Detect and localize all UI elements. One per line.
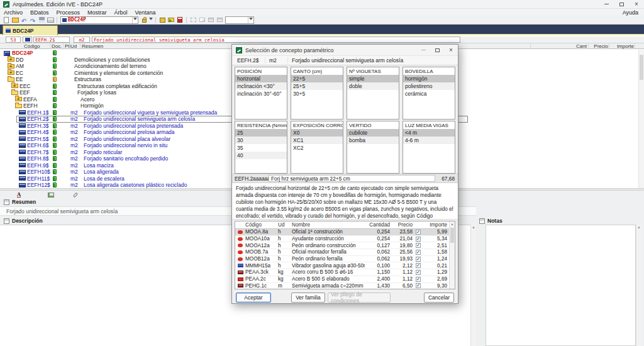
window-tile-icon[interactable] <box>206 16 215 24</box>
checkbox[interactable]: ✓ <box>416 277 421 282</box>
table-header-ud[interactable]: Ud <box>278 222 292 228</box>
parameter-option[interactable]: inclinación 30°-60° <box>235 90 287 98</box>
column-header-codigo[interactable]: Código <box>24 43 40 49</box>
parameter-option[interactable]: X0 <box>291 129 343 137</box>
table-row[interactable]: PEAA.2ckgAcero B 500 S elaborado2,4001,1… <box>235 276 449 283</box>
font-icon[interactable]: A <box>14 191 24 198</box>
table-row[interactable]: PEHG.1cmSemivigueta armada c=220mm1,4306… <box>235 283 449 290</box>
minimize-button[interactable] <box>599 0 614 8</box>
filter-combo[interactable] <box>225 16 254 24</box>
checkbox[interactable]: ✓ <box>416 263 421 268</box>
column-header-precio[interactable]: Precio <box>589 43 608 49</box>
menu-procesos[interactable]: Procesos <box>53 9 84 16</box>
parameter-option[interactable]: cerámica <box>403 90 455 98</box>
column-header-importe[interactable]: Importe <box>609 43 634 49</box>
database-combo[interactable]: BDC24P <box>60 16 138 24</box>
parameter-option[interactable]: XC2 <box>291 144 343 152</box>
table-row[interactable]: MOOA.8ahOficial 1ª construcción0,25423,5… <box>235 229 449 236</box>
dialog-close-button[interactable]: × <box>444 45 458 55</box>
code-field[interactable]: EEFH.2$ <box>33 36 70 43</box>
checkbox[interactable]: ✓ <box>416 230 421 235</box>
close-button[interactable]: × <box>629 0 644 8</box>
checkbox[interactable]: ✓ <box>416 283 421 288</box>
notas-scrollbar[interactable]: ▲ <box>636 225 641 346</box>
table-row[interactable]: MMMH15ahVibrador gasolina aguja ø30-50mm… <box>235 262 449 269</box>
parameter-option[interactable]: 30 <box>235 137 287 144</box>
parameter-option[interactable]: 4-6 m <box>403 137 455 144</box>
database-combo-arrow[interactable] <box>132 17 138 23</box>
table-row[interactable]: MOOB.7ahOficial montador ferralla0,06225… <box>235 249 449 256</box>
parameter-option[interactable]: doble <box>347 82 399 90</box>
table-row[interactable]: MOOB12ahPeón ordinario ferralla0,06219,9… <box>235 256 449 263</box>
column-header-resumen[interactable]: Resumen <box>82 43 103 49</box>
parameter-list-4: BOVEDILLAhormigónpoliestirenocerámica <box>402 67 455 120</box>
parameter-option[interactable]: 35 <box>235 144 287 152</box>
image-icon[interactable] <box>46 191 56 198</box>
ver-familia-button[interactable]: Ver familia <box>291 293 325 303</box>
table-header-codigo[interactable]: Código <box>245 222 278 228</box>
dialog-maximize-button[interactable] <box>430 45 444 55</box>
lock-icon[interactable] <box>140 16 148 24</box>
parameter-option[interactable]: inclinación <30° <box>235 82 287 90</box>
lock-dropdown-arrow[interactable] <box>148 18 153 22</box>
column-header-cant[interactable]: Cant <box>531 43 587 49</box>
checkbox[interactable]: ✓ <box>416 237 421 242</box>
aceptar-button[interactable]: Aceptar <box>236 293 271 303</box>
attachment-icon[interactable] <box>70 191 80 198</box>
redo-icon[interactable] <box>28 16 37 24</box>
select-area-icon[interactable] <box>189 16 197 24</box>
save-icon[interactable] <box>37 16 46 24</box>
menu-mostrar[interactable]: Mostrar <box>84 9 111 16</box>
parameter-option[interactable]: horizontal <box>235 75 287 82</box>
table-row[interactable]: MOOA12ahPeón ordinario construcción0,127… <box>235 242 449 249</box>
tab-bdc24p[interactable]: BDC24P <box>3 25 58 35</box>
open-folder-icon[interactable] <box>11 16 19 24</box>
parameter-option[interactable]: 25+5 <box>291 82 343 90</box>
parameter-option[interactable]: 25 <box>235 129 287 137</box>
doc-icon <box>53 110 57 115</box>
new-document-icon[interactable] <box>2 16 11 24</box>
table-header-cantidad[interactable]: Cantidad <box>365 222 390 228</box>
parameter-option[interactable]: 30+5 <box>291 90 343 98</box>
cancelar-button[interactable]: Cancelar <box>424 293 454 303</box>
parameter-option[interactable]: <4 m <box>403 129 455 137</box>
checkbox[interactable]: ✓ <box>416 250 421 255</box>
checkbox[interactable]: ✓ <box>416 243 421 248</box>
parameter-option[interactable]: XC1 <box>291 137 343 144</box>
window-cascade-icon[interactable] <box>215 16 224 24</box>
parameter-option[interactable]: poliestireno <box>403 82 455 90</box>
parameter-option[interactable]: bomba <box>347 137 399 144</box>
summary-field[interactable]: Forjado unidireccional semivigueta arm c… <box>92 36 460 43</box>
table-row[interactable]: MOOA10ahAyudante construcción0,25421,04✓… <box>235 236 449 243</box>
menu-ventana[interactable]: Ventana <box>131 9 160 16</box>
undo-icon[interactable] <box>19 16 28 24</box>
table-scrollbar[interactable]: ▴ <box>449 221 455 289</box>
unit-field[interactable]: m2 <box>74 36 90 43</box>
column-header-ud[interactable]: Ud <box>70 43 77 49</box>
table-row[interactable]: PEAA.3ckkgAcero corru B 500 S ø6-161,150… <box>235 269 449 276</box>
table-header-nombre[interactable]: Nombre <box>292 222 365 228</box>
table-header-precio[interactable]: Precio <box>390 222 413 228</box>
chart-icon[interactable] <box>197 16 206 24</box>
parameter-option[interactable]: cubilote <box>347 129 399 137</box>
notas-textarea[interactable] <box>486 225 636 346</box>
descripcion-scrollbar[interactable]: ▲ <box>470 225 476 346</box>
parameter-option[interactable]: simple <box>347 75 399 82</box>
checkbox[interactable]: ✓ <box>416 270 421 275</box>
print-icon[interactable] <box>46 16 55 24</box>
menu-ayuda[interactable]: Ayuda <box>617 9 644 16</box>
column-header-doc[interactable]: Doc. <box>52 43 62 49</box>
concept-type-field[interactable] <box>23 36 32 43</box>
concept-tools-icon[interactable] <box>158 16 167 24</box>
folder-export-icon[interactable] <box>167 16 175 24</box>
parameter-option[interactable]: 22+5 <box>291 75 343 82</box>
red-book-icon[interactable] <box>175 16 184 24</box>
menu-árbol[interactable]: Árbol <box>111 9 131 16</box>
tree-scrollbar[interactable] <box>638 50 644 188</box>
parameter-option[interactable]: hormigón <box>403 75 455 82</box>
restore-button[interactable] <box>614 0 629 8</box>
table-header-importe[interactable]: Importe <box>424 222 449 228</box>
row-number-field[interactable]: 53 <box>6 36 21 43</box>
checkbox[interactable]: ✓ <box>416 257 421 262</box>
parameter-option[interactable]: 40 <box>235 152 287 159</box>
